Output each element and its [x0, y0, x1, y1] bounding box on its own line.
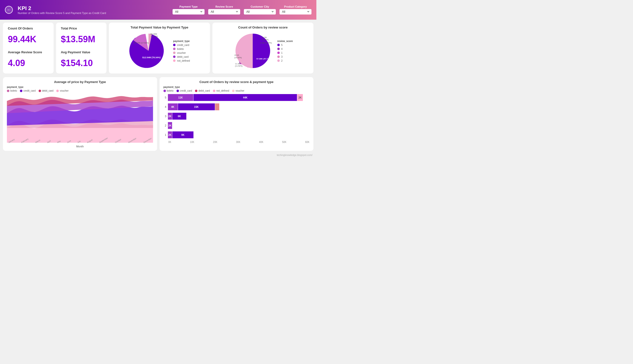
bar-label-2: 2 [163, 124, 166, 127]
x-label-0k: 0K [168, 141, 171, 144]
kpi-avg-payment-label: Avg Payment Value [61, 50, 102, 54]
bar-track-2: 2K [168, 122, 310, 129]
bar-seg-1-boleto: 2K [168, 132, 172, 138]
kpi-avg-payment-value: $154.10 [61, 58, 102, 68]
stream-chart-title: Average of price by Payment Type [7, 80, 153, 84]
bar-track-5: 11K 44K 2K [168, 94, 310, 101]
pie1-svg: $12.54M (78.34%) $2.87M (17.92%) $0.38M … [129, 31, 168, 70]
bar-x-axis: 0K 10K 20K 30K 40K 50K 60K [163, 141, 310, 144]
stream-chart-visual [7, 94, 153, 143]
bar-seg-5-boleto: 11K [168, 94, 193, 101]
svg-text:(11.52%): (11.52%) [235, 65, 243, 67]
svg-text:8.16K (8.25%): 8.16K (8.25%) [260, 42, 272, 44]
bar-label-4: 4 [163, 105, 166, 108]
svg-text:11.39K: 11.39K [235, 63, 241, 65]
stream-legend-label: payment_type [7, 86, 153, 88]
kpi-avg-review-label: Average Review Score [8, 50, 49, 54]
bar-row-1: 1 2K 9K [163, 132, 310, 138]
kpi-avg-review-value: 4.09 [8, 58, 49, 68]
kpi-card-avg-payment: Avg Payment Value $154.10 [56, 46, 107, 72]
stream-legend-credit-card: credit_card [20, 90, 35, 92]
bar-legend-not-defined: not_defined [213, 90, 229, 92]
x-label-40k: 40K [259, 141, 263, 144]
bar-seg-3-boleto: 2K [168, 113, 172, 120]
bar-label-1: 1 [163, 133, 166, 136]
bar-track-1: 2K 9K [168, 132, 310, 138]
bar-legend-credit-card: credit_card [176, 90, 192, 92]
bar-chart-card: Count of Orders by review score & paymen… [160, 77, 314, 151]
svg-text:3.15K: 3.15K [262, 36, 267, 38]
bar-row-5: 5 11K 44K 2K [163, 94, 310, 101]
bar-seg-4-boleto: 4K [168, 104, 178, 110]
bar-legend-boleto: boleto [163, 90, 174, 92]
x-label-60k: 60K [305, 141, 309, 144]
bar-seg-1-credit: 9K [172, 132, 193, 138]
bar-row-4: 4 4K 15K [163, 104, 310, 110]
bar-label-5: 5 [163, 96, 166, 99]
svg-text:19.1K: 19.1K [234, 54, 239, 56]
stream-legend-voucher: voucher [56, 90, 69, 92]
svg-text:$0.38M: $0.38M [150, 33, 157, 35]
svg-text:(3.18%): (3.18%) [262, 38, 269, 41]
bar-seg-4-extra [215, 104, 219, 110]
x-label-10k: 10K [190, 141, 194, 144]
bar-row-2: 2 2K [163, 122, 310, 129]
svg-text:57.08K (57.73%): 57.08K (57.73%) [256, 58, 271, 60]
kpi-card-avg-review: Average Review Score 4.09 [3, 46, 54, 72]
x-label-50k: 50K [282, 141, 286, 144]
bar-seg-3-credit: 6K [172, 113, 187, 120]
bar-label-3: 3 [163, 115, 166, 118]
svg-text:(2.37%): (2.37%) [151, 35, 158, 37]
bar-legend-label: payment_type [163, 86, 310, 88]
main-content: Count Of Orders 99.44K Total Price $13.5… [0, 20, 316, 160]
stream-chart-card: Average of price by Payment Type payment… [3, 77, 157, 151]
bar-track-3: 2K 6K [168, 113, 310, 120]
bar-legend-debit-card: debit_card [195, 90, 210, 92]
stream-x-axis-label: Month [7, 145, 153, 148]
bar-seg-5-voucher: 2K [297, 94, 303, 101]
x-label-30k: 30K [236, 141, 240, 144]
bar-chart-title: Count of Orders by review score & paymen… [163, 80, 310, 84]
bottom-row: Average of price by Payment Type payment… [3, 77, 313, 151]
bar-track-4: 4K 15K [168, 104, 310, 110]
bar-seg-4-credit: 15K [178, 104, 215, 110]
stream-legend: boleto credit_card debit_card voucher [7, 90, 153, 92]
bar-row-3: 3 2K 6K [163, 113, 310, 120]
bar-legend-voucher: voucher [232, 90, 244, 92]
svg-text:$12.54M (78.34%): $12.54M (78.34%) [142, 56, 161, 59]
stream-legend-boleto: boleto [7, 90, 17, 92]
bar-legend: boleto credit_card debit_card not_define… [163, 90, 310, 92]
bar-seg-2-boleto: 2K [168, 122, 172, 129]
pie2-svg: 57.08K (57.73%) 19.1K (19.32%) 11.39K (1… [233, 31, 272, 70]
watermark: techingknowledge.blogspot.com/ [3, 154, 313, 156]
svg-text:$2.87M (17.92%): $2.87M (17.92%) [134, 42, 149, 44]
stream-legend-debit-card: debit_card [39, 90, 54, 92]
bar-chart-container: 5 11K 44K 2K 4 4K 15K [163, 94, 310, 138]
bar-seg-5-credit: 44K [193, 94, 297, 101]
svg-text:(19.32%): (19.32%) [234, 56, 242, 59]
x-label-20k: 20K [213, 141, 217, 144]
